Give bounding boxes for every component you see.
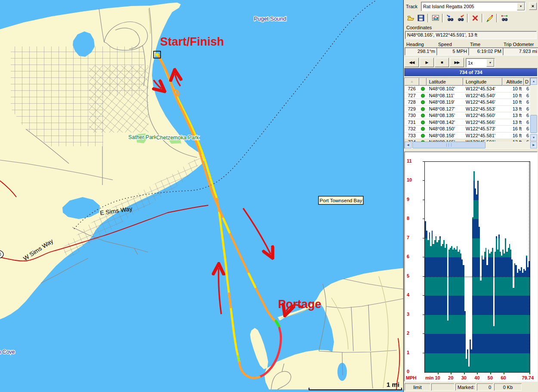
find-point-icon[interactable] xyxy=(499,13,510,23)
altitude-cell: 10 ft xyxy=(502,93,524,99)
latitude-cell: N48°08.135' xyxy=(427,112,463,119)
label-sather-park: Sather Park xyxy=(128,134,157,140)
fast-forward-button[interactable]: ▶▶ xyxy=(450,58,464,67)
trackpoint-icon xyxy=(421,120,425,124)
playback-speed-value: 1x xyxy=(466,60,486,65)
table-row[interactable]: 730N48°08.135'W122°45.560'13 ft6 xyxy=(405,112,530,119)
edit-icon[interactable] xyxy=(485,13,495,23)
scroll-down-icon[interactable]: ▼ xyxy=(530,134,537,141)
horizontal-scrollbar[interactable]: ◀▶ xyxy=(405,142,537,148)
track-select[interactable]: Rat Island Regatta 2005 ▼ xyxy=(421,2,526,11)
speed-label: Speed xyxy=(438,42,452,47)
trackpoint-icon xyxy=(421,94,425,98)
x-axis-tick-label: 60 xyxy=(498,375,509,380)
table-row[interactable]: 731N48°08.142'W122°45.566'13 ft6 xyxy=(405,119,530,126)
y-axis-tick-label: 0 xyxy=(407,369,416,374)
y-axis-tick-label: 3 xyxy=(407,312,416,317)
date-cell: 6 xyxy=(524,86,530,92)
label-cove: en Cove xyxy=(0,349,15,355)
rewind-button[interactable]: ◀◀ xyxy=(405,58,419,67)
latitude-cell: N48°08.127' xyxy=(427,106,463,112)
chevron-down-icon[interactable]: ▼ xyxy=(486,59,494,67)
date-cell: 6 xyxy=(524,119,530,126)
status-spacer xyxy=(431,383,455,391)
table-row[interactable]: 729N48°08.127'W122°45.553'13 ft6 xyxy=(405,106,530,113)
date-cell: 6 xyxy=(524,126,530,132)
scroll-left-icon[interactable]: ◀ xyxy=(405,142,411,148)
odometer-value: 7.923 mi xyxy=(503,47,538,56)
longitude-cell: W122°45.553' xyxy=(463,106,502,112)
longitude-cell: W122°45.540' xyxy=(463,93,502,99)
y-axis-tick-label: 4 xyxy=(407,292,416,297)
column-header-Altitude[interactable]: Altitude xyxy=(502,78,524,86)
street-grid-mid xyxy=(89,65,148,133)
vscroll-thumb[interactable] xyxy=(530,115,537,133)
scroll-up-icon[interactable]: ▲ xyxy=(530,78,537,85)
column-header-D[interactable]: D xyxy=(524,78,530,86)
trackpoint-rows: 726N48°08.102'W122°45.534'10 ft6727N48°0… xyxy=(405,86,530,142)
label-chetzemoka-park: Chetzemoka Park xyxy=(156,135,199,141)
open-icon[interactable] xyxy=(405,13,416,23)
y-axis-tick-label: 6 xyxy=(407,254,416,259)
route-shield-number: 0 xyxy=(0,252,1,257)
table-row[interactable]: 733N48°08.158'W122°45.581'16 ft6 xyxy=(405,133,530,139)
find-start-icon[interactable] xyxy=(445,13,455,23)
longitude-cell: W122°45.573' xyxy=(463,126,502,132)
chevron-down-icon[interactable]: ▼ xyxy=(517,3,525,10)
latitude-cell: N48°08.111' xyxy=(427,93,463,99)
close-button[interactable]: × xyxy=(529,3,537,10)
point-number: 726 xyxy=(405,86,419,92)
trackpoint-icon xyxy=(421,100,425,104)
x-axis-tick xyxy=(490,372,491,374)
trackpoint-icon xyxy=(421,87,425,91)
y-axis-tick xyxy=(423,295,425,296)
date-cell: 6 xyxy=(524,93,530,99)
latitude-cell: N48°08.158' xyxy=(427,133,463,139)
scroll-right-icon[interactable]: ▶ xyxy=(530,142,537,148)
y-axis-tick xyxy=(423,161,425,162)
longitude-cell: W122°45.566' xyxy=(463,119,502,126)
x-axis-end-label: 79.74 xyxy=(515,375,534,380)
find-end-icon[interactable] xyxy=(455,13,466,23)
trackpoint-icon xyxy=(421,134,425,138)
y-axis-tick-label: 11 xyxy=(407,158,416,164)
point-number: 729 xyxy=(405,106,419,112)
column-header-sort[interactable] xyxy=(419,78,427,86)
table-row[interactable]: 728N48°08.119'W122°45.546'10 ft6 xyxy=(405,99,530,106)
delete-icon[interactable] xyxy=(470,13,480,23)
stop-button[interactable]: ■ xyxy=(435,58,449,67)
x-axis-tick-label: 50 xyxy=(485,375,495,380)
speed-chart-plot xyxy=(424,161,530,373)
table-row[interactable]: 727N48°08.111'W122°45.540'10 ft6 xyxy=(405,93,530,99)
progress-text: 734 of 734 xyxy=(459,70,482,75)
point-number: 733 xyxy=(405,133,419,139)
track-toolbar xyxy=(405,12,537,23)
column-header-sort[interactable]: ▲ xyxy=(405,78,419,86)
table-row[interactable]: 726N48°08.102'W122°45.534'10 ft6 xyxy=(405,86,530,93)
column-header-Latitude[interactable]: Latitude xyxy=(427,78,463,86)
y-axis-tick-label: 1 xyxy=(407,350,416,355)
time-value: 6:19:02 PM xyxy=(468,47,504,56)
playback-speed-select[interactable]: 1x ▼ xyxy=(466,58,495,68)
y-axis-tick xyxy=(423,315,425,315)
odometer-label: Trip Odometer xyxy=(504,42,534,47)
y-axis-tick-label: 9 xyxy=(407,197,416,202)
y-axis-unit-label: MPH xyxy=(406,375,416,380)
coordinates-label: Coordinates xyxy=(406,25,432,30)
x-axis-tick xyxy=(451,372,451,374)
point-number: 731 xyxy=(405,119,419,126)
profile-chart-icon[interactable] xyxy=(430,13,441,23)
toolbar-separator xyxy=(496,14,498,22)
column-header-Longitude[interactable]: Longitude xyxy=(463,78,502,86)
save-icon[interactable] xyxy=(416,13,426,23)
hscroll-thumb[interactable] xyxy=(412,142,485,148)
toolbar-separator xyxy=(442,14,444,22)
trackpoint-icon xyxy=(421,107,425,111)
longitude-cell: W122°45.560' xyxy=(463,112,502,119)
play-button[interactable]: ▶ xyxy=(420,58,434,67)
map-view[interactable]: Start/Finish Portage Puget Sound Sather … xyxy=(0,0,403,392)
status-bar: limit Marked: 0 0 Kb xyxy=(404,382,538,392)
table-row[interactable]: 732N48°08.150'W122°45.573'16 ft6 xyxy=(405,126,530,133)
vertical-scrollbar[interactable]: ▲▼ xyxy=(530,78,537,141)
time-label: Time xyxy=(470,42,480,47)
